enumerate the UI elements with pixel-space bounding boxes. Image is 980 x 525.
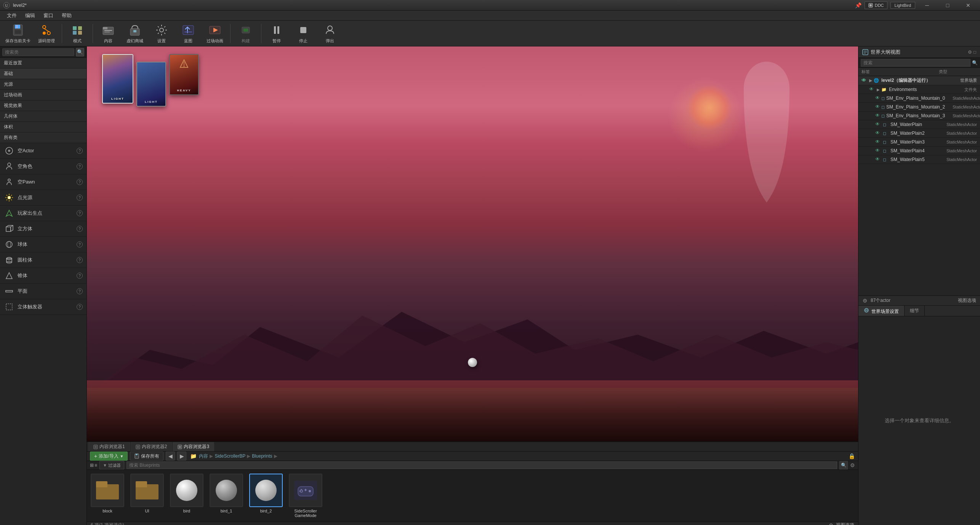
view-options[interactable]: ⊞ ≡ [90, 463, 97, 468]
outliner-sm0[interactable]: 👁 ◻ SM_Env_Plains_Mountain_0 StaticMeshA… [858, 94, 980, 103]
view-options-btn[interactable]: 视图选项 [958, 297, 976, 304]
content-button[interactable]: 内容 [95, 22, 121, 45]
menu-edit[interactable]: 编辑 [21, 11, 39, 20]
place-empty-actor[interactable]: 空Actor ? [0, 143, 86, 159]
place-search-input[interactable] [2, 48, 74, 56]
ddc-button[interactable]: DDC [865, 2, 887, 9]
visibility-eye-9[interactable]: 👁 [875, 156, 881, 163]
visibility-eye-6[interactable]: 👁 [875, 130, 881, 136]
animation-button[interactable]: 过场动画 [202, 22, 228, 45]
category-visual[interactable]: 视觉效果 [0, 101, 86, 111]
close-button[interactable]: ✕ [959, 0, 977, 11]
plane-info[interactable]: ? [77, 288, 83, 294]
outliner-waterplain5[interactable]: 👁 ◻ SM_WaterPlain5 StaticMeshActor [858, 155, 980, 164]
visibility-eye-4[interactable]: 👁 [875, 113, 880, 119]
visibility-eye-3[interactable]: 👁 [875, 104, 880, 110]
browser-settings-icon[interactable]: ⚙ [850, 462, 855, 468]
expand-arrow-1[interactable]: ▶ [877, 88, 880, 92]
category-volume[interactable]: 体积 [0, 122, 86, 132]
add-import-button[interactable]: + 添加/导入 ▼ [90, 452, 128, 461]
asset-sidescroller[interactable]: SideScrollerGameMode [289, 474, 322, 518]
tab-browser2[interactable]: 内容浏览器2 [131, 442, 172, 451]
save-button[interactable]: 保存当前关卡 [3, 22, 33, 45]
breadcrumb-content[interactable]: 内容 [199, 453, 208, 460]
place-cube[interactable]: 立方体 ? [0, 221, 86, 237]
category-cinematic[interactable]: 过场动画 [0, 90, 86, 101]
expand-arrow-0[interactable]: ▶ [869, 78, 872, 83]
outliner-maximize-btn[interactable]: □ [974, 49, 976, 55]
pause-button[interactable]: 暂停 [264, 22, 290, 45]
pin-icon[interactable]: 📌 [855, 2, 862, 8]
asset-bird[interactable]: bird [170, 474, 203, 513]
outliner-waterplain2[interactable]: 👁 ◻ SM_WaterPlain2 StaticMeshActor [858, 129, 980, 138]
breadcrumb-blueprints[interactable]: Blueprints [252, 453, 272, 459]
nav-forward-button[interactable]: ▶ [177, 452, 186, 461]
breadcrumb-sidescroller[interactable]: SideScrollerBP [215, 453, 245, 459]
outliner-waterplain[interactable]: 👁 ◻ SM_WaterPlain StaticMeshActor [858, 120, 980, 129]
place-cylinder[interactable]: 圆柱体 ? [0, 252, 86, 268]
visibility-eye-5[interactable]: 👁 [875, 121, 881, 128]
asset-ui[interactable]: UI [130, 474, 164, 513]
mode-button[interactable]: 模式 [64, 22, 90, 45]
nav-back-button[interactable]: ◀ [166, 452, 175, 461]
build-button[interactable]: 构建 [233, 22, 259, 45]
visibility-eye-0[interactable]: 👁 [862, 78, 868, 84]
category-recent[interactable]: 最近放置 [0, 58, 86, 69]
sphere-object[interactable] [468, 358, 477, 367]
character-info[interactable]: ? [77, 163, 83, 169]
lightbird-button[interactable]: LightBird [890, 2, 915, 9]
place-empty-pawn[interactable]: 空Pawn ? [0, 174, 86, 190]
outliner-environments[interactable]: 👁 ▶ 📁 Environments 文件夹 [858, 85, 980, 94]
point-light-info[interactable]: ? [77, 195, 83, 201]
outliner-sm3[interactable]: 👁 ◻ SM_Env_Plains_Mountain_3 StaticMeshA… [858, 112, 980, 120]
asset-bird1[interactable]: bird_1 [210, 474, 243, 513]
outliner-waterplain3[interactable]: 👁 ◻ SM_WaterPlain3 StaticMeshActor [858, 138, 980, 147]
outliner-settings-btn[interactable]: ⚙ [968, 49, 972, 55]
marketplace-button[interactable]: 虚幻商城 [122, 22, 148, 45]
trigger-info[interactable]: ? [77, 304, 83, 310]
tab-world-settings[interactable]: 世界场景设置 [858, 306, 905, 316]
lock-icon[interactable]: 🔒 [849, 453, 855, 459]
view-options-label[interactable]: 视图选项 [836, 522, 854, 525]
place-trigger[interactable]: 立体触发器 ? [0, 299, 86, 315]
category-geometry[interactable]: 几何体 [0, 111, 86, 122]
settings-button[interactable]: 设置 [149, 22, 175, 45]
visibility-eye-2[interactable]: 👁 [875, 95, 880, 101]
card-light-2[interactable]: LIGHT [136, 62, 166, 107]
empty-actor-info[interactable]: ? [77, 148, 83, 154]
asset-block[interactable]: block [91, 474, 124, 513]
eject-button[interactable]: 弹出 [317, 22, 343, 45]
place-player-start[interactable]: 玩家出生点 ? [0, 206, 86, 221]
tab-details[interactable]: 细节 [905, 306, 925, 316]
blueprint-button[interactable]: 蓝图 [175, 22, 201, 45]
visibility-eye-7[interactable]: 👁 [875, 139, 881, 145]
menu-file[interactable]: 文件 [3, 11, 21, 20]
source-control-button[interactable]: 源码管理 [34, 22, 59, 45]
save-all-button[interactable]: 保存所有 [130, 452, 163, 461]
tab-browser1[interactable]: 内容浏览器1 [88, 442, 130, 451]
empty-pawn-info[interactable]: ? [77, 179, 83, 185]
outliner-search-icon[interactable]: 🔍 [972, 60, 978, 65]
place-point-light[interactable]: 点光源 ? [0, 190, 86, 206]
place-cone[interactable]: 锥体 ? [0, 268, 86, 284]
category-basic[interactable]: 基础 [0, 69, 86, 79]
outliner-level2[interactable]: 👁 ▶ 🌐 level2（编辑器中运行） 世界场景 [858, 76, 980, 85]
maximize-button[interactable]: □ [939, 0, 956, 11]
filter-search-button[interactable]: 🔍 [839, 461, 848, 469]
stop-button[interactable]: 停止 [290, 22, 316, 45]
cone-info[interactable]: ? [77, 273, 83, 279]
filter-button[interactable]: ▼ 过滤器 [99, 461, 124, 469]
viewport[interactable]: LIGHT LIGHT HEAVY [87, 46, 858, 441]
card-heavy[interactable]: HEAVY [169, 54, 199, 95]
place-character[interactable]: 空角色 ? [0, 159, 86, 174]
player-start-info[interactable]: ? [77, 210, 83, 216]
place-search-button[interactable]: 🔍 [76, 48, 84, 56]
menu-window[interactable]: 窗口 [40, 11, 57, 20]
sphere-info[interactable]: ? [77, 241, 83, 247]
filter-search-input[interactable] [127, 461, 837, 469]
category-light[interactable]: 光源 [0, 79, 86, 90]
outliner-sm2[interactable]: 👁 ◻ SM_Env_Plains_Mountain_2 StaticMeshA… [858, 103, 980, 112]
outliner-search-input[interactable] [861, 59, 970, 67]
outliner-waterplain4[interactable]: 👁 ◻ SM_WaterPlain4 StaticMeshActor [858, 147, 980, 155]
category-all[interactable]: 所有类 [0, 132, 86, 143]
